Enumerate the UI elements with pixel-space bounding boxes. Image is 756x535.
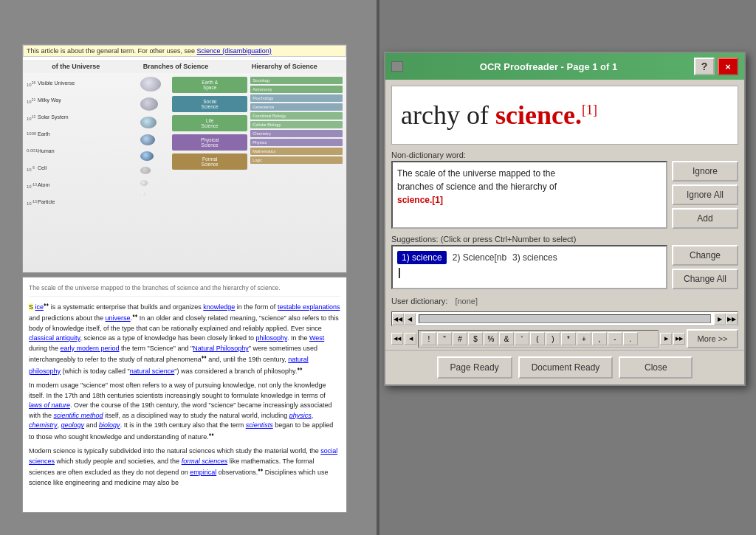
paragraph-1: S ice♦♦ is a systematic enterprise that … [29,301,340,377]
non-dict-word-box: The scale of the universe mapped to the … [391,161,667,229]
char-scroll-right-right[interactable]: ▶▶ [673,333,685,345]
user-dict-label: User dictionary: [391,297,447,306]
change-all-button[interactable]: Change All [672,269,738,289]
dialog-icon [391,61,403,72]
add-button[interactable]: Add [672,208,738,229]
change-button-group: Change Change All [672,245,738,289]
char-btn-minus[interactable]: - [608,332,622,345]
char-btn-amp[interactable]: & [499,332,514,345]
char-scroll-left[interactable]: ◀ [405,333,416,345]
diagram-header-universe: of the Universe [52,63,100,70]
ignore-button[interactable]: Ignore [672,161,738,182]
char-btn-star[interactable]: * [561,332,576,345]
ocr-dialog: OCR Proofreader - Page 1 of 1 ? × archy … [384,52,746,386]
suggestion-item-2: 2) Science[nb [453,252,506,263]
divider [377,0,379,535]
char-scroll-left-left[interactable]: ◀◀ [391,333,403,345]
scroll-left[interactable]: ◀ [404,313,416,325]
text-preview: archy of science.[1] [391,86,738,145]
suggestion-selected-1: 1) science [397,251,447,264]
char-btn-open-paren[interactable]: ( [530,332,545,345]
close-dialog-button[interactable]: Close [619,356,693,379]
suggestions-area: 1) science 2) Science[nb 3) sciences Cha… [385,245,744,289]
char-btn-dot[interactable]: . [623,332,638,345]
scroll-right-right[interactable]: ▶▶ [726,313,738,325]
suggestion-item-3: 3) sciences [512,252,557,263]
preview-superscript: [1] [582,103,597,117]
user-dict-value: [none] [455,297,478,306]
char-btn-quote[interactable]: " [437,332,452,345]
scrollbar-area[interactable]: ◀◀ ◀ ▶ ▶▶ [391,311,738,326]
more-button[interactable]: More >> [687,329,738,348]
diagram-block: This article is about the general term. … [22,44,347,273]
preview-text: archy of science.[1] [401,100,597,131]
dialog-titlebar: OCR Proofreader - Page 1 of 1 ? × [385,53,744,80]
non-dict-area: The scale of the universe mapped to the … [385,161,744,229]
diagram-header-hierarchy: Hierarchy of Science [252,63,317,70]
paragraph-3: Modern science is typically subdivided i… [29,446,340,488]
suggestions-box[interactable]: 1) science 2) Science[nb 3) sciences [391,245,667,289]
document-ready-button[interactable]: Document Ready [518,356,614,379]
char-btn-apos[interactable]: ' [515,332,529,345]
bottom-button-row: Page Ready Document Ready Close [385,350,744,384]
scroll-right[interactable]: ▶ [714,313,726,325]
text-block: The scale of the universe mapped to the … [22,277,347,513]
char-btn-plus[interactable]: + [577,332,591,345]
non-dict-line1: The scale of the universe mapped to the [397,168,555,179]
paragraph-2: In modern usage "science" most often ref… [29,381,340,442]
char-btn-close-paren[interactable]: ) [546,332,560,345]
preview-red-word: science. [495,100,582,130]
char-btn-excl[interactable]: ! [422,332,436,345]
ignore-button-group: Ignore Ignore All Add [672,161,738,229]
suggestions-label: Suggestions: (Click or press Ctrl+Number… [385,233,744,245]
scroll-left-left[interactable]: ◀◀ [392,313,404,325]
dialog-title: OCR Proofreader - Page 1 of 1 [403,61,694,72]
non-dict-red: science.[1] [397,195,443,205]
image-caption: This article is about the general term. … [23,45,346,57]
char-btn-percent[interactable]: % [484,332,498,345]
char-scroll-right[interactable]: ▶ [660,333,672,345]
preview-text-before: archy of [401,100,495,130]
char-row: ! " # $ % & ' ( ) * + , - . [418,330,659,348]
bottom-caption: The scale of the universe mapped to the … [29,283,340,297]
char-btn-hash[interactable]: # [453,332,467,345]
ignore-all-button[interactable]: Ignore All [672,184,738,205]
help-button[interactable]: ? [694,58,715,75]
char-btn-comma[interactable]: , [592,332,607,345]
diagram-header-branches: Branches of Science [143,63,209,70]
non-dict-line2: branches of science and the hierarchy of [397,182,557,192]
cursor [399,268,405,278]
suggestion-item-1[interactable]: 1) science 2) Science[nb 3) sciences [397,251,662,264]
close-title-button[interactable]: × [718,58,738,75]
char-btn-dollar[interactable]: $ [468,332,483,345]
non-dict-label: Non-dictionary word: [385,148,744,161]
page-ready-button[interactable]: Page Ready [437,356,512,379]
document-area: This article is about the general term. … [0,0,377,535]
user-dict-row: User dictionary: [none] [385,294,744,308]
change-button[interactable]: Change [672,245,738,266]
scrollbar-track[interactable] [419,314,711,323]
